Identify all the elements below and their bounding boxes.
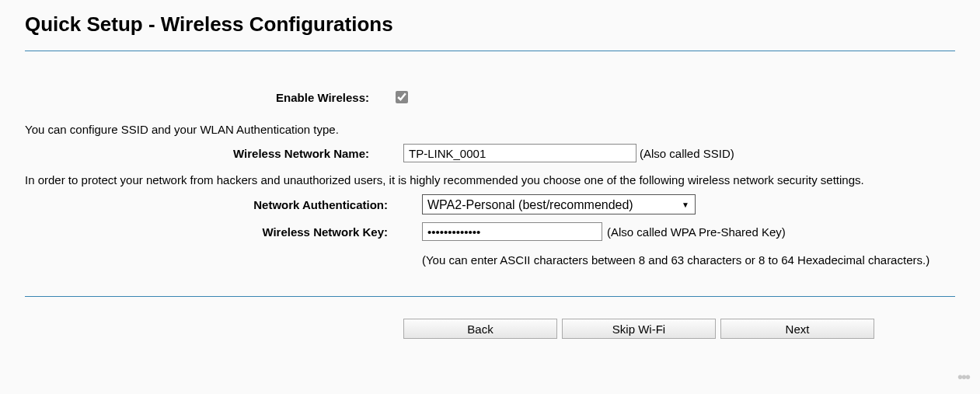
- key-hint: (Also called WPA Pre-Shared Key): [607, 225, 786, 239]
- auth-select[interactable]: WPA2-Personal (best/recommended): [422, 194, 696, 214]
- divider-bottom: [25, 296, 955, 297]
- key-label: Wireless Network Key:: [25, 225, 397, 239]
- skip-wifi-button[interactable]: Skip Wi-Fi: [562, 319, 716, 339]
- key-input[interactable]: [422, 222, 602, 241]
- page-title: Quick Setup - Wireless Configurations: [25, 12, 955, 37]
- ssid-hint: (Also called SSID): [640, 147, 734, 160]
- next-button[interactable]: Next: [720, 319, 874, 339]
- info-ssid-text: You can configure SSID and your WLAN Aut…: [25, 123, 955, 136]
- enable-wireless-label: Enable Wireless:: [25, 91, 378, 104]
- ssid-input[interactable]: [403, 144, 636, 162]
- key-subhint: (You can enter ASCII characters between …: [422, 253, 929, 267]
- back-button[interactable]: Back: [403, 319, 557, 339]
- enable-wireless-checkbox[interactable]: [396, 91, 408, 103]
- info-security-text: In order to protect your network from ha…: [25, 173, 955, 187]
- auth-label: Network Authentication:: [25, 198, 397, 211]
- ssid-label: Wireless Network Name:: [25, 147, 378, 160]
